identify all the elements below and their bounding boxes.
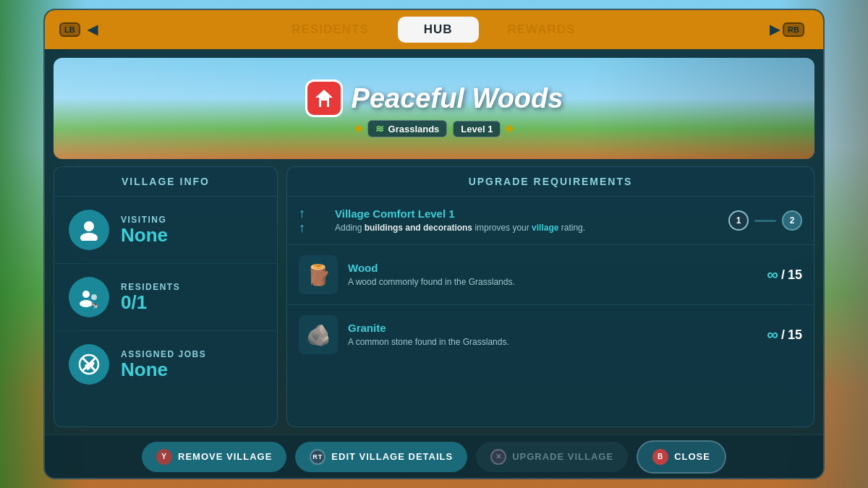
wood-text: Wood A wood commonly found in the Grassl… <box>348 262 757 288</box>
visiting-label: VISITING <box>121 215 168 225</box>
svg-point-4 <box>82 291 90 298</box>
granite-text: Granite A common stone found in the Gras… <box>348 322 757 348</box>
biome-badge: ≋ Grasslands <box>367 120 448 137</box>
level-badge: Level 1 <box>453 121 501 137</box>
granite-need: 15 <box>788 328 802 343</box>
grasslands-icon: ≋ <box>375 123 384 134</box>
assigned-jobs-label: ASSIGNED JOBS <box>121 349 206 359</box>
comfort-text: Village Comfort Level 1 Adding buildings… <box>335 207 718 234</box>
comfort-arrows-icon: ↑ ↑ <box>299 207 325 234</box>
visiting-icon <box>69 210 109 250</box>
wood-quantity: ∞ / 15 <box>767 265 802 284</box>
wood-desc: A wood commonly found in the Grasslands. <box>348 276 757 288</box>
rb-button[interactable]: RB <box>783 22 804 37</box>
svg-text:🐄: 🐄 <box>90 301 99 309</box>
residents-label: RESIDENTS <box>121 282 180 292</box>
tab-rewards[interactable]: REWARDS <box>482 17 602 43</box>
remove-village-button[interactable]: Y REMOVE VILLAGE <box>142 442 286 472</box>
remove-village-label: REMOVE VILLAGE <box>178 451 272 462</box>
tab-hub[interactable]: HUB <box>398 17 479 43</box>
b-button-icon: B <box>652 449 668 465</box>
upgrade-wood-item: 🪵 Wood A wood commonly found in the Gras… <box>287 245 814 305</box>
granite-infinity-icon: ∞ <box>767 325 778 344</box>
residents-icon: 🐄 <box>69 277 109 317</box>
wood-need: 15 <box>788 267 802 283</box>
edit-village-details-label: EDIT VILLAGE DETAILS <box>331 451 453 462</box>
wood-title: Wood <box>348 262 757 274</box>
residents-value: 0/1 <box>121 292 180 313</box>
svg-point-6 <box>91 294 97 300</box>
content-area: VILLAGE INFO VISITING None <box>54 166 814 427</box>
tab-residents[interactable]: RESIDENTS <box>265 17 394 43</box>
village-info-header: VILLAGE INFO <box>54 167 277 197</box>
edit-village-details-button[interactable]: RT EDIT VILLAGE DETAILS <box>295 442 467 472</box>
wood-icon: 🪵 <box>306 263 331 287</box>
granite-title: Granite <box>348 322 757 334</box>
wood-icon-box: 🪵 <box>299 255 338 294</box>
tabs-center: RESIDENTS HUB REWARDS <box>98 17 770 43</box>
upgrade-comfort-item: ↑ ↑ Village Comfort Level 1 Adding build… <box>287 197 814 245</box>
x-button-icon: ✕ <box>490 449 506 465</box>
granite-icon-box: 🪨 <box>299 315 338 354</box>
visiting-text: VISITING None <box>121 215 168 246</box>
village-level: Level 1 <box>461 124 493 134</box>
granite-quantity: ∞ / 15 <box>767 325 802 344</box>
close-label: CLOSE <box>674 451 710 462</box>
village-logo <box>305 80 343 117</box>
tab-bar: LB ◀ RESIDENTS HUB REWARDS ▶ RB <box>45 10 823 49</box>
upgrade-village-label: UPGRADE VILLAGE <box>512 451 613 462</box>
village-title-row: Peaceful Woods <box>305 80 563 117</box>
lb-button[interactable]: LB <box>59 22 80 37</box>
diamond-left <box>354 124 362 132</box>
y-button-icon: Y <box>156 449 172 465</box>
progress-circle-1: 1 <box>728 210 749 231</box>
wood-separator: / <box>781 267 785 283</box>
action-bar: Y REMOVE VILLAGE RT EDIT VILLAGE DETAILS… <box>45 435 823 478</box>
upgrade-header: UPGRADE REQUIREMENTS <box>287 167 814 197</box>
tab-nav-left[interactable]: LB ◀ <box>59 22 98 38</box>
wood-infinity-icon: ∞ <box>767 265 778 284</box>
assigned-jobs-icon <box>69 344 109 385</box>
upgrade-granite-item: 🪨 Granite A common stone found in the Gr… <box>287 305 814 364</box>
tab-nav-right[interactable]: ▶ RB <box>770 22 809 38</box>
arrow-up-2: ↑ <box>299 221 325 234</box>
progress-line <box>754 220 776 222</box>
svg-point-3 <box>80 233 98 241</box>
residents-item: 🐄 RESIDENTS 0/1 <box>54 264 277 331</box>
svg-rect-1 <box>321 100 327 107</box>
assigned-jobs-item: ASSIGNED JOBS None <box>54 331 277 398</box>
village-banner: Peaceful Woods ≋ Grasslands Level 1 <box>54 58 814 159</box>
village-name: Peaceful Woods <box>352 83 563 114</box>
svg-point-2 <box>84 221 94 231</box>
visiting-item: VISITING None <box>54 197 277 264</box>
upgrade-panel: UPGRADE REQUIREMENTS ↑ ↑ Village Comfort… <box>286 166 814 427</box>
comfort-desc: Adding buildings and decorations improve… <box>335 222 718 234</box>
granite-icon: 🪨 <box>306 323 331 347</box>
progress-circle-2: 2 <box>782 210 802 231</box>
village-subtitle: ≋ Grasslands Level 1 <box>356 120 513 137</box>
comfort-progress: 1 2 <box>728 210 802 231</box>
residents-text: RESIDENTS 0/1 <box>121 282 180 313</box>
assigned-jobs-value: None <box>121 359 206 380</box>
granite-separator: / <box>781 328 785 343</box>
close-button[interactable]: B CLOSE <box>637 440 726 474</box>
diamond-right <box>506 124 514 132</box>
biome-name: Grasslands <box>388 124 440 134</box>
main-panel: LB ◀ RESIDENTS HUB REWARDS ▶ RB Peaceful… <box>43 9 825 479</box>
arrow-up-1: ↑ <box>299 207 325 220</box>
comfort-title: Village Comfort Level 1 <box>335 207 718 220</box>
rt-button-icon: RT <box>310 449 326 465</box>
assigned-jobs-text: ASSIGNED JOBS None <box>121 349 206 380</box>
granite-desc: A common stone found in the Grasslands. <box>348 336 757 348</box>
village-logo-icon <box>313 87 335 109</box>
visiting-value: None <box>121 225 168 246</box>
village-info-panel: VILLAGE INFO VISITING None <box>54 166 278 427</box>
upgrade-village-button[interactable]: ✕ UPGRADE VILLAGE <box>476 442 628 472</box>
